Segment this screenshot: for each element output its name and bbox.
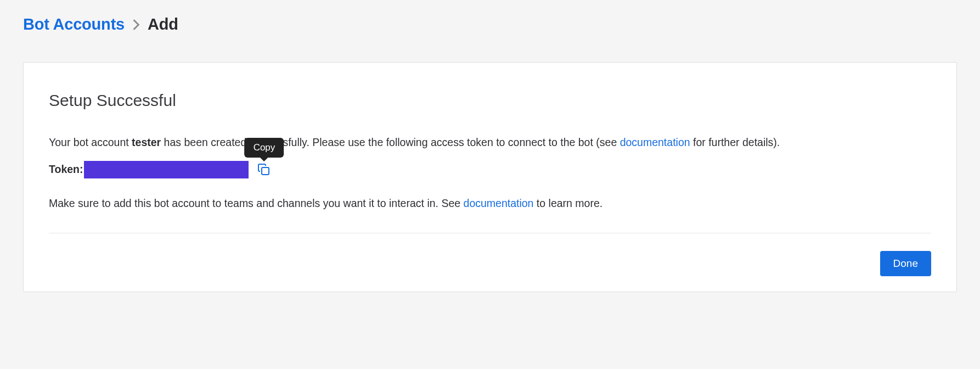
success-message: Your bot account tester has been created…: [49, 134, 931, 151]
token-row: Token: Copy: [49, 161, 931, 178]
token-value-redacted: [84, 161, 249, 178]
divider: [49, 233, 931, 233]
documentation-link[interactable]: documentation: [464, 197, 534, 209]
panel-title: Setup Successful: [49, 91, 931, 110]
page-root: Bot Accounts Add Setup Successful Your b…: [0, 0, 980, 314]
msg-text: for further details).: [690, 136, 780, 148]
documentation-link[interactable]: documentation: [620, 136, 690, 148]
done-button[interactable]: Done: [880, 251, 931, 276]
msg-text: has been created successfully. Please us…: [161, 136, 619, 148]
msg-text: to learn more.: [533, 197, 602, 209]
breadcrumb: Bot Accounts Add: [23, 15, 957, 33]
panel-footer: Done: [49, 251, 931, 276]
msg-text: Make sure to add this bot account to tea…: [49, 197, 464, 209]
msg-text: Your bot account: [49, 136, 132, 148]
bot-name: tester: [132, 136, 161, 148]
svg-rect-0: [262, 167, 269, 175]
copy-tooltip: Copy: [245, 138, 284, 158]
copy-wrapper: Copy: [257, 163, 271, 176]
setup-panel: Setup Successful Your bot account tester…: [23, 62, 957, 292]
chevron-right-icon: [132, 19, 140, 31]
token-label: Token:: [49, 163, 83, 176]
instruction-message: Make sure to add this bot account to tea…: [49, 195, 931, 212]
breadcrumb-current: Add: [148, 15, 178, 33]
breadcrumb-parent-link[interactable]: Bot Accounts: [23, 15, 125, 33]
